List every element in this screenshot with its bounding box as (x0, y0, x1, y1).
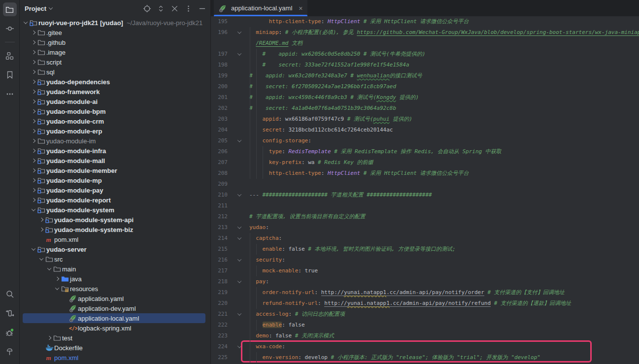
collapse-all-icon[interactable] (170, 4, 179, 13)
services-icon[interactable] (3, 306, 17, 320)
tree-row[interactable]: ruoyi-vue-pro-jdk21 [yudao]~/Java/ruoyi-… (20, 18, 210, 28)
chevron-down-icon[interactable] (45, 265, 53, 273)
line-number[interactable]: 222 (211, 320, 234, 331)
tree-row[interactable]: mpom.xml (20, 353, 210, 363)
fold-chevron-icon[interactable] (234, 222, 246, 233)
fold-chevron-icon[interactable] (234, 276, 246, 287)
code-line[interactable]: 202# secret: 4a1a04e07f6a4a0751b39c3064a… (211, 103, 639, 114)
code-line[interactable]: 213yudao: (211, 222, 639, 233)
chevron-right-icon[interactable] (53, 275, 61, 283)
code-line[interactable]: 197 # appid: wx62056c0d5e8db250 # 测试号(牛希… (211, 49, 639, 60)
chevron-right-icon[interactable] (30, 107, 37, 115)
tree-row[interactable]: yudao-module-mall (20, 156, 210, 165)
tree-row[interactable]: yudao-module-report (20, 195, 210, 205)
tree-row[interactable]: yudao-module-system (20, 205, 210, 215)
line-number[interactable]: 221 (211, 309, 234, 320)
line-number[interactable]: 224 (211, 341, 234, 352)
line-number[interactable]: 197 (211, 49, 234, 60)
tree-row[interactable]: Dockerfile (20, 343, 210, 353)
code-line[interactable]: 216 security: (211, 255, 639, 265)
code-line[interactable]: 214 captcha: (211, 233, 639, 244)
code-line[interactable]: 212# 芋道配置项, 设置当前项目所有自定义的配置 (211, 211, 639, 222)
tree-row[interactable]: yudao-module-ai (20, 97, 210, 106)
project-panel-title[interactable]: Project (25, 5, 52, 12)
fold-chevron-icon[interactable] (234, 27, 246, 38)
code-line[interactable]: 220 refund-notify-url: http://yunai.nata… (211, 298, 639, 309)
tree-row[interactable]: mpom.xml (20, 234, 210, 244)
line-number[interactable]: 207 (211, 157, 234, 168)
chevron-right-icon[interactable] (30, 78, 37, 86)
line-number[interactable]: 225 (211, 352, 234, 363)
chevron-right-icon[interactable] (30, 38, 37, 46)
line-number[interactable]: 218 (211, 276, 234, 287)
code-line[interactable]: /README.md 文档 (211, 38, 639, 49)
debug-icon[interactable] (3, 326, 17, 339)
chevron-right-icon[interactable] (30, 58, 37, 66)
tree-row[interactable]: java (20, 274, 210, 284)
chevron-right-icon[interactable] (30, 68, 37, 76)
tree-row[interactable]: application.yaml (20, 294, 210, 303)
line-number[interactable]: 200 (211, 81, 234, 92)
code-line[interactable]: 200# secret: 6f270509224a7ae1296bbf1c8cb… (211, 81, 639, 92)
chevron-right-icon[interactable] (30, 29, 37, 36)
fold-chevron-icon[interactable] (234, 233, 246, 244)
line-number[interactable]: 209 (211, 179, 234, 190)
fold-chevron-icon[interactable] (234, 341, 246, 352)
code-line[interactable]: 199# appid: wx63c280fe3248a3e7 # wenhual… (211, 70, 639, 81)
tree-row[interactable]: yudao-dependencies (20, 77, 210, 87)
code-line[interactable]: 215 enable: false # 本地环境, 暂时关闭图片验证码, 方便登… (211, 244, 639, 255)
code-line[interactable]: 206 type: RedisTemplate # 采用 RedisTempla… (211, 146, 639, 157)
code-line[interactable]: 204 secret: 3218bcbd112cbc614c7264ceb201… (211, 125, 639, 135)
tree-row[interactable]: yudao-server (20, 244, 210, 254)
code-line[interactable]: 210--- #################### 芋道相关配置 #####… (211, 190, 639, 200)
code-line[interactable]: 225 env-version: develop # 小程序版本: 正式版为 "… (211, 352, 639, 363)
line-number[interactable]: 202 (211, 103, 234, 114)
code-line[interactable]: 218 pay: (211, 276, 639, 287)
code-line[interactable]: 207 key-prefix: wa # Redis Key 的前缀 (211, 157, 639, 168)
chevron-right-icon[interactable] (45, 334, 53, 342)
expand-icon[interactable] (157, 4, 165, 13)
code-line[interactable]: 195 http-client-type: HttpClient # 采用 Ht… (211, 16, 639, 27)
tree-row[interactable]: yudao-module-system-api (20, 215, 210, 225)
code-line[interactable]: 219 order-notify-url: http://yunai.natap… (211, 287, 639, 298)
locate-file-icon[interactable] (143, 4, 151, 13)
tree-row[interactable]: .image (20, 47, 210, 57)
chevron-right-icon[interactable] (30, 176, 37, 184)
project-icon[interactable] (3, 2, 17, 16)
chevron-right-icon[interactable] (37, 216, 45, 224)
line-number[interactable]: 215 (211, 244, 234, 255)
tree-row[interactable]: yudao-module-bpm (20, 106, 210, 116)
code-line[interactable]: 201# appid: wxc4598c446f8a9cb3 # 测试号(Kon… (211, 92, 639, 103)
line-number[interactable]: 217 (211, 265, 234, 276)
tree-row[interactable]: sql (20, 67, 210, 77)
bookmarks-icon[interactable] (3, 68, 17, 82)
line-number[interactable]: 211 (211, 200, 234, 211)
line-number[interactable]: 196 (211, 27, 234, 38)
chevron-right-icon[interactable] (30, 157, 37, 165)
more-tool-windows-icon[interactable] (3, 87, 17, 101)
fold-chevron-icon[interactable] (234, 309, 246, 320)
chevron-right-icon[interactable] (30, 186, 37, 194)
line-number[interactable]: 210 (211, 190, 234, 200)
search-icon[interactable] (3, 287, 17, 301)
line-number[interactable]: 212 (211, 211, 234, 222)
code-line[interactable]: 209 (211, 179, 639, 190)
tree-row[interactable]: yudao-module-crm (20, 116, 210, 126)
code-line[interactable]: 224 wxa-code: (211, 341, 639, 352)
chevron-right-icon[interactable] (30, 98, 37, 105)
chevron-down-icon[interactable] (37, 255, 45, 263)
tree-row[interactable]: resources (20, 284, 210, 294)
line-number[interactable]: 204 (211, 125, 234, 135)
line-number[interactable]: 220 (211, 298, 234, 309)
chevron-right-icon[interactable] (30, 166, 37, 174)
code-line[interactable]: 208 http-client-type: HttpClient # 采用 Ht… (211, 168, 639, 179)
line-number[interactable]: 201 (211, 92, 234, 103)
fold-chevron-icon[interactable] (234, 49, 246, 60)
line-number[interactable]: 203 (211, 114, 234, 125)
chevron-right-icon[interactable] (30, 117, 37, 125)
code-area[interactable]: 195 http-client-type: HttpClient # 采用 Ht… (211, 16, 639, 364)
chevron-down-icon[interactable] (30, 245, 37, 253)
code-line[interactable]: 217 mock-enable: true (211, 265, 639, 276)
line-number[interactable]: 216 (211, 255, 234, 265)
tab-application-local-yaml[interactable]: application-local.yaml × (214, 0, 307, 16)
